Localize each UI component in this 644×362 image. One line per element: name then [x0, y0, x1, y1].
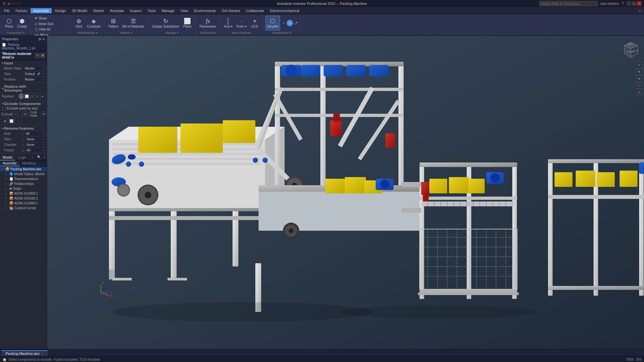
svg-rect-19 [181, 123, 223, 153]
replace-circle-button[interactable]: ○ [19, 93, 23, 99]
constrain-button[interactable]: ◈ Constrain [86, 16, 102, 31]
tree-search-btn[interactable]: 🔍 [36, 155, 42, 161]
remove-section-label: Remove Features [4, 126, 34, 130]
menu-electromechanical[interactable]: Electromechanical [267, 8, 302, 13]
help-icon[interactable]: ? [622, 1, 624, 6]
exclude-remove-btn[interactable]: − [18, 111, 22, 117]
pocket-value[interactable]: All ▾ [25, 148, 45, 153]
bom-button[interactable]: ☰ Bill of Materials [121, 16, 146, 31]
close-button[interactable]: ✕ [637, 1, 641, 6]
properties-close-icon[interactable]: ✕ [42, 37, 45, 41]
menu-annotate[interactable]: Annotate [107, 8, 127, 13]
remove-section-header[interactable]: ▾ Remove Features [0, 126, 47, 131]
expand-ribbon-icon[interactable]: ▲ [637, 9, 643, 12]
replace-custom-button[interactable]: ✎ [35, 93, 39, 99]
menu-inspect[interactable]: Inspect [127, 8, 144, 13]
tree-item-representations[interactable]: ▸ 📋 Representations [0, 176, 47, 181]
exclude-by-size-check[interactable]: Exclude parts by size [0, 106, 47, 110]
menu-environments[interactable]: Environments [191, 8, 218, 13]
joint-button[interactable]: ⊕ Joint [73, 16, 85, 31]
tree-item-modelstates[interactable]: ▸ 🔷 Model States: Master [0, 172, 47, 176]
point-button[interactable]: · Point ▾ [235, 16, 248, 31]
tab-assembly[interactable]: Assembly [0, 161, 20, 166]
input-section-header[interactable]: ▾ Input [0, 60, 47, 66]
plane-button[interactable]: ⬜ Plane [181, 16, 193, 31]
simplify-arrow-btn[interactable]: ↗ [294, 20, 298, 26]
properties-settings-icon[interactable]: ⚙ [38, 37, 41, 41]
show-button[interactable]: 👁 Show [33, 16, 55, 21]
menu-design[interactable]: Design [52, 8, 69, 13]
position-value[interactable]: Master ▾ [23, 77, 45, 82]
viewport[interactable]: Component ▾ Position ▾ Relationships ▾ [47, 36, 644, 349]
replace-multi-button[interactable]: ⬡ [30, 93, 34, 99]
exclude-section-header[interactable]: ▾ Exclude Components [0, 101, 47, 106]
tab-modeling[interactable]: Modeling [20, 161, 38, 166]
exclude-filter-btn[interactable]: ⊟ [23, 111, 27, 117]
chamfer-value[interactable]: None ▾ [25, 142, 45, 147]
nav-zoom-all-btn[interactable]: ⬡ [636, 82, 642, 89]
model-state-value[interactable]: Master ▾ [23, 66, 45, 71]
hide-all-button[interactable]: 🚫 Hide All [33, 27, 55, 32]
menu-view[interactable]: View [178, 8, 191, 13]
tree-options-btn[interactable]: ≡ [42, 155, 47, 161]
tree-item-adsk1[interactable]: ▸ 📦 ADSK-014308:1 [0, 191, 47, 196]
file-tab-close-icon[interactable]: ✕ [41, 352, 44, 355]
replace-cube-button[interactable]: ⬜ [24, 93, 29, 99]
tree-item-adsk3[interactable]: ▸ 📦 ADSK-014568:1 [0, 201, 47, 206]
exclude-box-btn[interactable]: ⬜ [8, 118, 14, 124]
add-tab-btn[interactable]: + [29, 155, 35, 161]
menu-3dmodel[interactable]: 3D Model [69, 8, 90, 13]
maximize-button[interactable]: □ [632, 1, 636, 6]
viewcube[interactable]: FRONT TOP RIGHT HOME [621, 39, 641, 58]
nav-zoom-btn[interactable]: ⊕ [636, 75, 642, 82]
menu-tools[interactable]: Tools [145, 8, 158, 13]
tab-model[interactable]: Model [0, 155, 15, 161]
create-button[interactable]: ⬢ Create [16, 16, 28, 31]
place-button[interactable]: ⬡ Place [3, 16, 15, 31]
nav-pan-btn[interactable]: ✥ [636, 69, 642, 75]
svg-rect-40 [324, 65, 343, 76]
tab-logic[interactable]: Logic [15, 155, 29, 161]
tree-item-adsk2[interactable]: ▸ 📦 ADSK-018182:1 [0, 196, 47, 201]
exclude-size-checkbox[interactable] [3, 107, 6, 110]
fx-icon: fx [206, 18, 210, 24]
envelopes-section-header[interactable]: ▾ Replace with Envelopes [0, 84, 47, 93]
exclude-settings-btn[interactable]: ⚙ [42, 111, 46, 117]
menu-manage[interactable]: Manage [159, 8, 177, 13]
hole-value[interactable]: All ▾ [24, 131, 45, 136]
tree-item-root[interactable]: ▾ 📦 Packing Machine.iam [0, 167, 47, 172]
tree-item-origin[interactable]: ▸ ⊕ Origin [0, 186, 47, 191]
simplify-button[interactable]: ⬡ Simplify [265, 16, 280, 31]
exclude-sphere-btn[interactable]: ○ [15, 118, 21, 124]
svg-rect-91 [548, 159, 553, 296]
nav-look-at-btn[interactable]: ◎ [636, 89, 642, 96]
exclude-add-btn[interactable]: + [14, 111, 18, 117]
file-tab-packing-machine[interactable]: Packing Machine.iam ✕ [1, 350, 48, 356]
settings-definition-button[interactable]: ⚙ [40, 53, 45, 58]
simplify-circle-btn[interactable]: S [287, 20, 293, 26]
fillet-value[interactable]: None ▾ [25, 137, 45, 142]
menu-factory[interactable]: Factory [13, 8, 30, 13]
pattern-button[interactable]: ⊞ Pattern [107, 16, 120, 31]
replace-more-button[interactable]: ▾ [40, 93, 45, 99]
menu-file[interactable]: File [1, 8, 12, 13]
show-sick-button[interactable]: ⚠ Show Sick [33, 21, 55, 26]
menu-get-started[interactable]: Get Started [219, 8, 243, 13]
tree-item-content-center[interactable]: ▸ 📚 Content Center [0, 206, 47, 211]
minimize-button[interactable]: ─ [626, 1, 631, 6]
add-definition-button[interactable]: + [35, 53, 40, 58]
menu-assemble[interactable]: Assemble [31, 8, 51, 13]
ucs-button[interactable]: ⌖ UCS [249, 16, 261, 31]
fx-button[interactable]: fx Parameters [198, 16, 218, 31]
search-input[interactable] [539, 1, 598, 6]
menu-collaborate[interactable]: Collaborate [243, 8, 267, 13]
menu-sketch[interactable]: Sketch [90, 8, 107, 13]
plane-icon: ⬜ [184, 18, 191, 24]
nav-orbit-btn[interactable]: ↻ [636, 62, 642, 68]
tree-item-relationships[interactable]: ▸ 🔗 Relationships [0, 181, 47, 186]
update-button[interactable]: ↻ Update Substitutes [151, 16, 181, 31]
properties-panel-header[interactable]: Properties ⚙ ✕ [0, 36, 47, 42]
exclude-grid-btn[interactable]: ⊞ [2, 118, 8, 124]
axis-button[interactable]: │ Axis ▾ [222, 16, 234, 31]
view-value[interactable]: Default 🔗 ▾ [23, 71, 45, 76]
